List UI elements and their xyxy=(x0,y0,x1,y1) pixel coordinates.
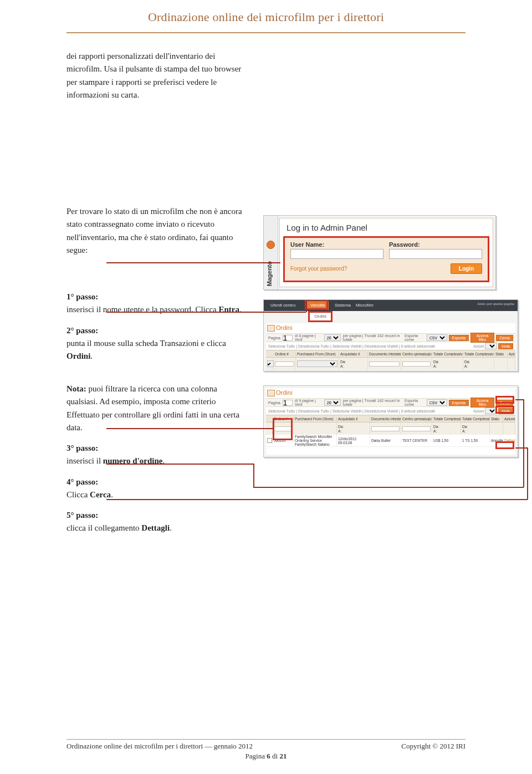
per-page-select-2[interactable]: 20 xyxy=(324,399,341,406)
ordini-heading-2: Ordini xyxy=(266,388,515,398)
search-button[interactable]: Cerca xyxy=(496,335,513,341)
filter-documento[interactable] xyxy=(369,361,400,366)
connector-step2-v xyxy=(306,301,307,312)
col-azione: Azione xyxy=(508,352,515,356)
submit-button[interactable]: Invia xyxy=(498,343,513,349)
footer-page-c: di xyxy=(270,752,280,760)
to-label: A: xyxy=(340,364,366,368)
password-label: Password: xyxy=(389,241,420,248)
tab-microfilm[interactable]: Microfilm xyxy=(352,301,377,310)
actions-select[interactable] xyxy=(485,343,497,349)
cell-store: FamilySearch Microfilm Ordering Service … xyxy=(294,435,337,446)
filter-store[interactable] xyxy=(297,360,337,367)
cell-base: US$ 1,50 xyxy=(432,439,461,442)
admin-topbar: Utenti centro Vendite Sistema Microfilm … xyxy=(264,300,518,311)
step-1: 1° passo: inserisci il nome utente e la … xyxy=(66,291,244,317)
ordini-heading: Ordini xyxy=(266,323,515,333)
connector-step3-v xyxy=(273,428,274,429)
tab-users[interactable]: Utenti centro xyxy=(267,301,299,310)
col-totale-acq[interactable]: Totale Complessivo (Acquistato) xyxy=(463,352,494,356)
step-2-label: 2° passo: xyxy=(66,326,98,335)
step-5: 5° passo: clicca il collegamento Dettagl… xyxy=(66,509,244,535)
reset-button-2[interactable]: Azzera filtro xyxy=(470,398,494,408)
step-2-action: Ordini xyxy=(66,352,90,360)
username-label: User Name: xyxy=(290,241,324,248)
step-1-text: inserisci il nome utente e la password. … xyxy=(66,305,219,314)
pager-row-2: Pagina di 9 pagine | Vedi 20 per pagina … xyxy=(266,398,515,407)
username-input[interactable] xyxy=(290,249,383,259)
submenu-ordini[interactable]: Ordini xyxy=(308,311,332,322)
col-documento[interactable]: Documento intestato a xyxy=(368,352,401,356)
table-row[interactable]: 500105 FamilySearch Microfilm Ordering S… xyxy=(266,435,515,447)
footer-left: Ordinazione online dei microfilm per i d… xyxy=(66,742,253,751)
per-page-label: per pagina | Trovati 162 record in total… xyxy=(343,334,405,342)
login-button[interactable]: Login xyxy=(451,263,482,274)
filter-ordine[interactable] xyxy=(275,361,294,366)
connector-step1 xyxy=(106,262,280,263)
forgot-password-link[interactable]: Forgot your password? xyxy=(290,266,347,272)
help-link[interactable]: Aiuto per questa pagina xyxy=(477,302,514,306)
screenshot-ordini-row: Ordini Pagina di 9 pagine | Vedi 20 per … xyxy=(263,385,518,457)
step-5-text: clicca il collegamento xyxy=(66,523,141,532)
login-highlight: User Name: Password: Forgot your passwor… xyxy=(283,236,489,282)
filter-row-2: Da:A: Da:A: Da:A: xyxy=(266,422,515,435)
step-1-label: 1° passo: xyxy=(66,292,98,301)
magento-logo-icon xyxy=(267,241,275,249)
nota-label: Nota: xyxy=(66,384,86,393)
filter-row: Da:A: Da:A: Da:A: xyxy=(266,358,515,370)
per-page-select[interactable]: 20 xyxy=(324,334,341,341)
screenshot-login: Magento Log in to Admin Panel User Name:… xyxy=(263,215,496,290)
page-of: di 8 pagine | Vedi xyxy=(295,334,322,342)
tab-sistema[interactable]: Sistema xyxy=(331,301,354,310)
step-4-label: 4° passo: xyxy=(66,477,98,486)
login-title: Log in to Admin Panel xyxy=(280,218,493,235)
connector-step3-h xyxy=(106,428,273,429)
page-input-2[interactable] xyxy=(283,400,293,406)
page-footer: Ordinazione online dei microfilm per i d… xyxy=(66,742,466,761)
footer-right: Copyright © 2012 IRI xyxy=(401,742,466,751)
pager-row: Pagina di 8 pagine | Vedi 20 per pagina … xyxy=(266,333,515,342)
connector-step2-h xyxy=(106,312,306,313)
footer-rule xyxy=(66,739,466,740)
magento-label: Magento xyxy=(266,261,273,286)
col-centro[interactable]: Centro genealogico xyxy=(401,352,432,356)
col-stato[interactable]: Stato xyxy=(494,352,508,356)
invia-highlight xyxy=(495,406,514,414)
from-label: Da: xyxy=(340,360,366,364)
grid-header-2: Ordine # Purchased From (Store) Acquista… xyxy=(266,415,515,422)
connector-step5-h2 xyxy=(515,447,528,449)
filter-any[interactable] xyxy=(267,360,274,367)
page-input[interactable] xyxy=(283,335,293,341)
export-button[interactable]: Esporta xyxy=(449,335,469,341)
ordine-filter-highlight xyxy=(273,418,293,440)
export-select[interactable]: CSV xyxy=(427,334,447,341)
step-5-label: 5° passo: xyxy=(66,511,98,520)
export-button-2[interactable]: Esporta xyxy=(449,400,469,406)
intro-paragraph: dei rapporti personalizzati dell'inventa… xyxy=(66,50,244,101)
filter-centro[interactable] xyxy=(402,361,431,366)
connector-step4-h1 xyxy=(106,464,253,465)
grid-header: Ordine # Purchased From (Store) Acquista… xyxy=(266,350,515,358)
reset-filter-button[interactable]: Azzera filtro xyxy=(470,333,494,343)
col-acquistato[interactable]: Acquistato il xyxy=(339,352,368,356)
col-totale-base[interactable]: Totale Complessivo (Base) xyxy=(432,352,463,356)
step-3-text: inserisci il xyxy=(66,456,103,465)
page-header: Ordinazione online dei microfilm per i d… xyxy=(0,0,532,29)
col-ordine[interactable]: Ordine # xyxy=(274,352,296,356)
cell-date: 12/dic/2011 09.03.08 xyxy=(337,437,370,445)
row-checkbox[interactable] xyxy=(267,438,272,443)
find-status-paragraph: Per trovare lo stato di un microfilm che… xyxy=(66,205,244,257)
password-input[interactable] xyxy=(389,249,482,259)
connector-step5-h xyxy=(106,499,528,500)
export-label: Esporta come xyxy=(405,334,425,342)
footer-page-total: 21 xyxy=(279,752,287,760)
screenshot-ordini-menu: Utenti centro Vendite Sistema Microfilm … xyxy=(263,299,518,371)
selector-row: Seleziona Tutto | Deseleziona Tutto | Se… xyxy=(266,342,515,350)
export-select-2[interactable]: CSV xyxy=(427,399,447,406)
magento-sidebar: Magento xyxy=(264,216,278,289)
col-purchased[interactable]: Purchased From (Store) xyxy=(296,352,339,356)
selector-links[interactable]: Seleziona Tutto | Deseleziona Tutto | Se… xyxy=(268,344,435,348)
step-3-label: 3° passo: xyxy=(66,444,98,452)
step-2-text: punta il mouse sulla scheda Transazioni … xyxy=(66,339,226,348)
cerca-highlight xyxy=(495,396,514,404)
